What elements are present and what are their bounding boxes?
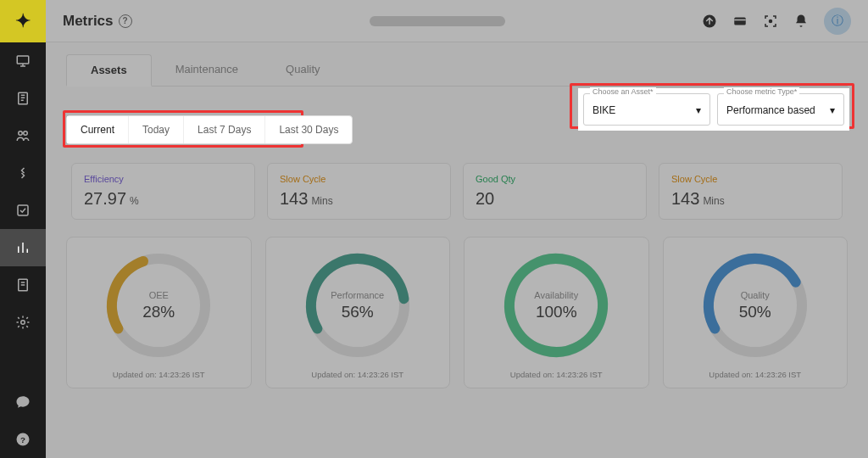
svg-rect-0 xyxy=(17,56,29,64)
svg-rect-4 xyxy=(18,205,28,215)
gauge: Availability 100% xyxy=(497,246,615,365)
gauge-value: 56% xyxy=(331,303,384,321)
gauge-value: 100% xyxy=(534,303,578,321)
card-icon[interactable] xyxy=(732,14,748,29)
gauge-label: Availability xyxy=(534,290,578,300)
range-tabs: Current Today Last 7 Days Last 30 Days xyxy=(66,115,353,144)
kpi-card: Efficiency 27.97% xyxy=(71,163,255,220)
controls-row: Current Today Last 7 Days Last 30 Days C… xyxy=(66,98,848,158)
bell-icon[interactable] xyxy=(793,14,809,29)
gauge-updated: Updated on: 14:23:26 IST xyxy=(311,370,403,379)
filters: Choose an Asset* BIKE ▾ Choose metric Ty… xyxy=(578,88,849,131)
page-title-text: Metrics xyxy=(63,13,114,30)
svg-point-2 xyxy=(19,131,23,136)
nav-item-metrics[interactable] xyxy=(0,229,46,266)
svg-rect-11 xyxy=(734,19,746,20)
main-tabs: Assets Maintenance Quality xyxy=(66,54,848,87)
nav-item-7[interactable] xyxy=(0,266,46,304)
range-tab-7days[interactable]: Last 7 Days xyxy=(184,116,265,143)
nav-item-5[interactable] xyxy=(0,192,46,229)
range-tab-30days[interactable]: Last 30 Days xyxy=(265,116,352,143)
svg-point-12 xyxy=(770,20,772,22)
nav-item-help[interactable]: ? xyxy=(0,421,46,458)
gauge: OEE 28% xyxy=(99,246,218,365)
nav-item-4[interactable] xyxy=(0,154,46,192)
gauge-card: Availability 100% Updated on: 14:23:26 I… xyxy=(464,237,649,388)
kpi-value: 143 xyxy=(671,189,699,208)
kpi-value: 143 xyxy=(280,189,308,208)
nav-item-1[interactable] xyxy=(0,42,46,80)
chevron-down-icon: ▾ xyxy=(830,104,835,116)
app-logo[interactable]: ✦ xyxy=(0,0,46,42)
metric-type-select[interactable]: Choose metric Type* Performance based ▾ xyxy=(717,93,844,126)
main-tab-quality[interactable]: Quality xyxy=(262,54,343,86)
main-area: Metrics ? ⓘ Assets Maintenance Quality C… xyxy=(46,0,868,458)
svg-point-3 xyxy=(24,131,28,136)
gauge-label: Performance xyxy=(331,290,384,300)
topbar: Metrics ? ⓘ xyxy=(46,0,868,42)
nav-item-3[interactable] xyxy=(0,117,46,154)
focus-icon[interactable] xyxy=(763,14,778,29)
kpi-unit: Mins xyxy=(311,195,332,207)
svg-rect-10 xyxy=(734,17,746,25)
metric-type-select-value: Performance based xyxy=(726,104,815,116)
range-tab-current[interactable]: Current xyxy=(67,116,129,143)
gauge-updated: Updated on: 14:23:26 IST xyxy=(113,370,205,379)
topbar-actions: ⓘ xyxy=(702,8,851,35)
gauge-updated: Updated on: 14:23:26 IST xyxy=(510,370,603,379)
svg-point-6 xyxy=(21,321,25,325)
nav-item-2[interactable] xyxy=(0,80,46,117)
metric-type-select-label: Choose metric Type* xyxy=(724,87,799,96)
gauge-updated: Updated on: 14:23:26 IST xyxy=(709,370,801,379)
main-tab-assets[interactable]: Assets xyxy=(66,54,152,87)
asset-select-value: BIKE xyxy=(593,104,615,116)
main-tab-maintenance[interactable]: Maintenance xyxy=(152,54,262,86)
gauge-card: Performance 56% Updated on: 14:23:26 IST xyxy=(265,237,451,388)
kpi-row: Efficiency 27.97%Slow Cycle 143MinsGood … xyxy=(66,158,848,225)
gauge-label: OEE xyxy=(142,290,175,300)
gauge: Performance 56% xyxy=(298,246,417,365)
kpi-label: Efficiency xyxy=(84,174,242,184)
sidebar: ✦ ? xyxy=(0,0,46,458)
kpi-unit: Mins xyxy=(703,195,724,207)
kpi-card: Good Qty 20 xyxy=(463,163,647,220)
kpi-unit: % xyxy=(130,195,139,207)
kpi-value: 20 xyxy=(476,189,494,208)
upload-icon[interactable] xyxy=(702,14,717,29)
svg-text:?: ? xyxy=(20,435,25,444)
nav-item-settings[interactable] xyxy=(0,304,46,341)
user-avatar[interactable]: ⓘ xyxy=(824,8,851,35)
nav-item-chat[interactable] xyxy=(0,383,46,421)
gauge-value: 50% xyxy=(739,303,771,321)
kpi-label: Good Qty xyxy=(476,174,634,184)
kpi-card: Slow Cycle 143Mins xyxy=(659,163,843,220)
kpi-label: Slow Cycle xyxy=(280,174,438,184)
gauge-card: OEE 28% Updated on: 14:23:26 IST xyxy=(66,237,252,388)
kpi-value: 27.97 xyxy=(84,189,126,208)
page-title: Metrics ? xyxy=(63,13,132,30)
chevron-down-icon: ▾ xyxy=(696,104,701,116)
kpi-card: Slow Cycle 143Mins xyxy=(267,163,451,220)
gauge-card: Quality 50% Updated on: 14:23:26 IST xyxy=(663,237,849,388)
asset-select[interactable]: Choose an Asset* BIKE ▾ xyxy=(583,93,710,126)
gauge: Quality 50% xyxy=(696,246,815,365)
topbar-placeholder xyxy=(370,16,505,26)
help-icon[interactable]: ? xyxy=(119,14,132,28)
kpi-label: Slow Cycle xyxy=(671,174,830,184)
content: Assets Maintenance Quality Current Today… xyxy=(46,42,868,458)
gauge-label: Quality xyxy=(739,290,771,300)
range-tab-today[interactable]: Today xyxy=(129,116,184,143)
gauge-value: 28% xyxy=(142,303,175,321)
asset-select-label: Choose an Asset* xyxy=(590,87,656,96)
gauge-row: OEE 28% Updated on: 14:23:26 IST Perform… xyxy=(66,237,848,388)
